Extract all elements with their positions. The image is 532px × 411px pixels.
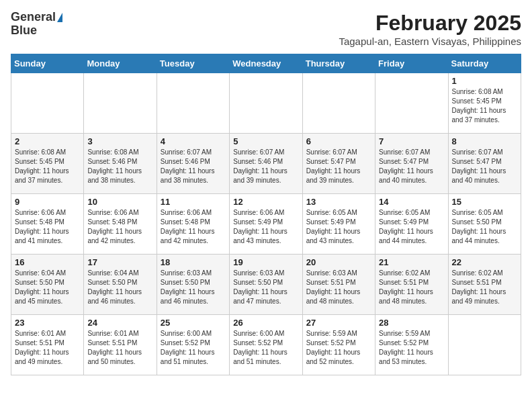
calendar-cell: 1Sunrise: 6:08 AM Sunset: 5:45 PM Daylig…: [448, 73, 521, 134]
day-info: Sunrise: 6:05 AM Sunset: 5:49 PM Dayligh…: [379, 208, 444, 246]
day-info: Sunrise: 6:03 AM Sunset: 5:51 PM Dayligh…: [306, 269, 371, 306]
calendar-week-row: 16Sunrise: 6:04 AM Sunset: 5:50 PM Dayli…: [11, 255, 521, 315]
calendar-cell: 4Sunrise: 6:07 AM Sunset: 5:46 PM Daylig…: [157, 134, 229, 194]
day-number: 12: [233, 197, 298, 207]
page-subtitle: Tagapul-an, Eastern Visayas, Philippines: [339, 36, 521, 47]
page-header: General Blue February 2025 Tagapul-an, E…: [11, 11, 521, 47]
day-info: Sunrise: 6:07 AM Sunset: 5:47 PM Dayligh…: [452, 148, 517, 185]
day-info: Sunrise: 6:08 AM Sunset: 5:45 PM Dayligh…: [452, 87, 517, 125]
day-number: 15: [452, 197, 517, 207]
day-number: 21: [379, 257, 444, 267]
day-number: 25: [161, 318, 226, 328]
logo-text-general: General: [11, 11, 62, 24]
column-header-monday: Monday: [84, 54, 157, 73]
calendar-cell: 14Sunrise: 6:05 AM Sunset: 5:49 PM Dayli…: [375, 194, 448, 255]
day-number: 3: [87, 136, 152, 146]
day-number: 11: [161, 197, 226, 207]
calendar-header-row: SundayMondayTuesdayWednesdayThursdayFrid…: [11, 54, 521, 73]
calendar-week-row: 2Sunrise: 6:08 AM Sunset: 5:45 PM Daylig…: [11, 134, 521, 194]
calendar-cell: [448, 315, 521, 375]
calendar-cell: 26Sunrise: 6:00 AM Sunset: 5:52 PM Dayli…: [230, 315, 302, 375]
day-info: Sunrise: 5:59 AM Sunset: 5:52 PM Dayligh…: [306, 329, 371, 367]
day-number: 20: [306, 257, 371, 267]
day-number: 27: [306, 318, 371, 328]
calendar-cell: 27Sunrise: 5:59 AM Sunset: 5:52 PM Dayli…: [302, 315, 375, 375]
column-header-friday: Friday: [375, 54, 448, 73]
calendar-cell: 18Sunrise: 6:03 AM Sunset: 5:50 PM Dayli…: [157, 255, 229, 315]
day-number: 22: [452, 257, 517, 267]
title-block: February 2025 Tagapul-an, Eastern Visaya…: [339, 11, 521, 47]
calendar-table: SundayMondayTuesdayWednesdayThursdayFrid…: [11, 54, 521, 375]
column-header-tuesday: Tuesday: [157, 54, 229, 73]
calendar-cell: 7Sunrise: 6:07 AM Sunset: 5:47 PM Daylig…: [375, 134, 448, 194]
day-number: 16: [15, 257, 80, 267]
day-info: Sunrise: 6:03 AM Sunset: 5:50 PM Dayligh…: [161, 269, 226, 306]
day-info: Sunrise: 6:06 AM Sunset: 5:48 PM Dayligh…: [161, 208, 226, 246]
day-info: Sunrise: 6:04 AM Sunset: 5:50 PM Dayligh…: [15, 269, 80, 306]
calendar-cell: 13Sunrise: 6:05 AM Sunset: 5:49 PM Dayli…: [302, 194, 375, 255]
day-number: 10: [87, 197, 152, 207]
day-number: 6: [306, 136, 371, 146]
day-info: Sunrise: 6:02 AM Sunset: 5:51 PM Dayligh…: [452, 269, 517, 306]
day-number: 4: [161, 136, 226, 146]
day-number: 2: [15, 136, 80, 146]
day-info: Sunrise: 6:08 AM Sunset: 5:46 PM Dayligh…: [87, 148, 152, 185]
day-number: 19: [233, 257, 298, 267]
calendar-cell: [84, 73, 157, 134]
calendar-cell: [375, 73, 448, 134]
calendar-cell: [157, 73, 229, 134]
logo: General Blue: [11, 11, 62, 38]
day-number: 17: [87, 257, 152, 267]
calendar-cell: 9Sunrise: 6:06 AM Sunset: 5:48 PM Daylig…: [11, 194, 84, 255]
calendar-cell: 12Sunrise: 6:06 AM Sunset: 5:49 PM Dayli…: [230, 194, 302, 255]
calendar-cell: 3Sunrise: 6:08 AM Sunset: 5:46 PM Daylig…: [84, 134, 157, 194]
calendar-week-row: 23Sunrise: 6:01 AM Sunset: 5:51 PM Dayli…: [11, 315, 521, 375]
calendar-cell: 6Sunrise: 6:07 AM Sunset: 5:47 PM Daylig…: [302, 134, 375, 194]
day-info: Sunrise: 6:00 AM Sunset: 5:52 PM Dayligh…: [161, 329, 226, 367]
day-info: Sunrise: 6:07 AM Sunset: 5:47 PM Dayligh…: [379, 148, 444, 185]
calendar-week-row: 9Sunrise: 6:06 AM Sunset: 5:48 PM Daylig…: [11, 194, 521, 255]
day-info: Sunrise: 6:07 AM Sunset: 5:47 PM Dayligh…: [306, 148, 371, 185]
calendar-cell: 22Sunrise: 6:02 AM Sunset: 5:51 PM Dayli…: [448, 255, 521, 315]
calendar-cell: 17Sunrise: 6:04 AM Sunset: 5:50 PM Dayli…: [84, 255, 157, 315]
day-info: Sunrise: 6:00 AM Sunset: 5:52 PM Dayligh…: [233, 329, 298, 367]
calendar-cell: [230, 73, 302, 134]
day-info: Sunrise: 6:08 AM Sunset: 5:45 PM Dayligh…: [15, 148, 80, 185]
calendar-cell: 21Sunrise: 6:02 AM Sunset: 5:51 PM Dayli…: [375, 255, 448, 315]
day-info: Sunrise: 6:07 AM Sunset: 5:46 PM Dayligh…: [233, 148, 298, 185]
column-header-sunday: Sunday: [11, 54, 84, 73]
calendar-cell: 5Sunrise: 6:07 AM Sunset: 5:46 PM Daylig…: [230, 134, 302, 194]
calendar-cell: 24Sunrise: 6:01 AM Sunset: 5:51 PM Dayli…: [84, 315, 157, 375]
calendar-cell: 16Sunrise: 6:04 AM Sunset: 5:50 PM Dayli…: [11, 255, 84, 315]
calendar-cell: 23Sunrise: 6:01 AM Sunset: 5:51 PM Dayli…: [11, 315, 84, 375]
calendar-cell: [11, 73, 84, 134]
day-info: Sunrise: 6:06 AM Sunset: 5:48 PM Dayligh…: [87, 208, 152, 246]
calendar-cell: 28Sunrise: 5:59 AM Sunset: 5:52 PM Dayli…: [375, 315, 448, 375]
day-info: Sunrise: 6:01 AM Sunset: 5:51 PM Dayligh…: [87, 329, 152, 367]
day-info: Sunrise: 6:04 AM Sunset: 5:50 PM Dayligh…: [87, 269, 152, 306]
day-number: 9: [15, 197, 80, 207]
calendar-cell: 15Sunrise: 6:05 AM Sunset: 5:50 PM Dayli…: [448, 194, 521, 255]
day-info: Sunrise: 6:06 AM Sunset: 5:49 PM Dayligh…: [233, 208, 298, 246]
day-number: 13: [306, 197, 371, 207]
day-info: Sunrise: 6:07 AM Sunset: 5:46 PM Dayligh…: [161, 148, 226, 185]
calendar-cell: [302, 73, 375, 134]
day-number: 8: [452, 136, 517, 146]
calendar-cell: 25Sunrise: 6:00 AM Sunset: 5:52 PM Dayli…: [157, 315, 229, 375]
calendar-cell: 20Sunrise: 6:03 AM Sunset: 5:51 PM Dayli…: [302, 255, 375, 315]
day-number: 5: [233, 136, 298, 146]
column-header-thursday: Thursday: [302, 54, 375, 73]
column-header-wednesday: Wednesday: [230, 54, 302, 73]
day-info: Sunrise: 5:59 AM Sunset: 5:52 PM Dayligh…: [379, 329, 444, 367]
calendar-cell: 10Sunrise: 6:06 AM Sunset: 5:48 PM Dayli…: [84, 194, 157, 255]
day-number: 18: [161, 257, 226, 267]
day-info: Sunrise: 6:05 AM Sunset: 5:49 PM Dayligh…: [306, 208, 371, 246]
day-info: Sunrise: 6:02 AM Sunset: 5:51 PM Dayligh…: [379, 269, 444, 306]
day-number: 1: [452, 76, 517, 86]
calendar-cell: 2Sunrise: 6:08 AM Sunset: 5:45 PM Daylig…: [11, 134, 84, 194]
day-number: 28: [379, 318, 444, 328]
calendar-cell: 19Sunrise: 6:03 AM Sunset: 5:50 PM Dayli…: [230, 255, 302, 315]
column-header-saturday: Saturday: [448, 54, 521, 73]
day-info: Sunrise: 6:01 AM Sunset: 5:51 PM Dayligh…: [15, 329, 80, 367]
day-info: Sunrise: 6:06 AM Sunset: 5:48 PM Dayligh…: [15, 208, 80, 246]
